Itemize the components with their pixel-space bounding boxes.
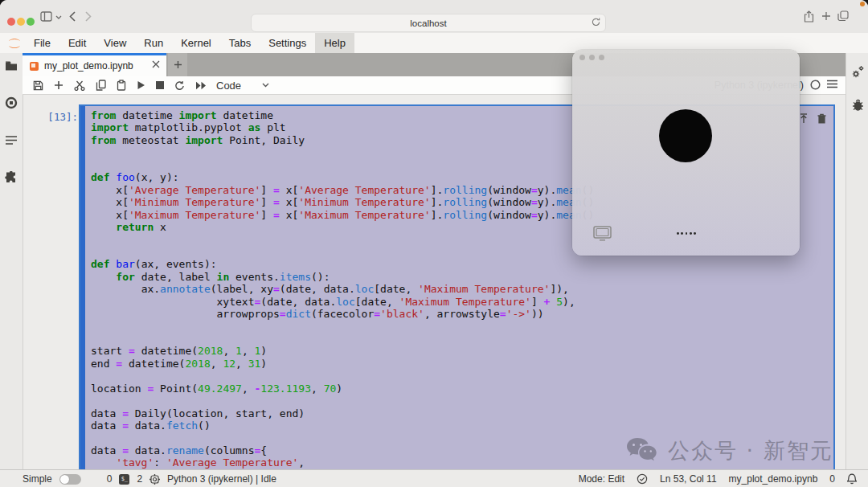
menu-view[interactable]: View (95, 33, 135, 53)
terminal-count[interactable]: 0 (107, 473, 113, 485)
tab-overview-icon[interactable] (837, 10, 849, 22)
overlay-window-controls[interactable] (579, 55, 604, 60)
simple-mode-label: Simple (23, 473, 52, 485)
zoom-window-button[interactable] (27, 18, 35, 26)
interrupt-kernel-button[interactable] (156, 81, 164, 89)
kernel-count[interactable]: 2 (137, 473, 142, 485)
table-of-contents-icon[interactable] (5, 135, 18, 145)
notebook-icon (30, 62, 39, 71)
status-left: Simple 0 $_ 2 Python 3 (ipykernel) | Idl… (23, 470, 276, 487)
browser-titlebar: localhost (0, 0, 868, 34)
jupyter-logo (4, 36, 25, 51)
sidebar-toggle-icon[interactable] (40, 11, 52, 22)
new-tab-icon[interactable] (821, 11, 831, 21)
display-icon[interactable] (593, 226, 612, 241)
cell-type-select[interactable]: Code (216, 80, 241, 92)
recording-indicator-dot (860, 2, 865, 6)
save-button[interactable] (33, 80, 43, 91)
close-tab-icon[interactable] (152, 60, 160, 68)
close-window-button[interactable] (7, 18, 15, 26)
file-browser-icon[interactable] (5, 60, 18, 72)
restart-run-all-button[interactable] (195, 81, 207, 90)
cell-execution-count: [13]: (33, 111, 78, 123)
notebook-tab-label: my_plot_demo.ipynb (44, 60, 133, 72)
kernel-status-icon[interactable] (810, 80, 821, 90)
active-file-label[interactable]: my_plot_demo.ipynb (729, 473, 818, 485)
restart-kernel-button[interactable] (174, 80, 185, 91)
address-bar-url: localhost (410, 18, 446, 28)
left-sidebar (0, 53, 23, 469)
menu-file[interactable]: File (25, 33, 59, 53)
watermark-text: 公众号 · 新智元 (668, 436, 833, 465)
terminal-icon[interactable]: $_ (119, 474, 129, 485)
share-icon[interactable] (804, 10, 814, 23)
cursor-position[interactable]: Ln 53, Col 11 (660, 473, 717, 485)
screenshot-stage: localhost File Edit View Ru (0, 0, 868, 487)
browser-window: localhost File Edit View Ru (0, 0, 868, 487)
menu-tabs[interactable]: Tabs (220, 33, 260, 53)
back-button[interactable] (69, 11, 76, 22)
toggle-knob (60, 475, 69, 484)
kernel-status-label[interactable]: Python 3 (ipykernel) | Idle (167, 473, 276, 485)
chevron-down-icon[interactable] (55, 15, 62, 19)
cell-toolbar (799, 113, 826, 124)
kernel-chip-icon[interactable] (149, 474, 160, 485)
minimize-window-button[interactable] (17, 18, 25, 26)
menu-edit[interactable]: Edit (59, 33, 95, 53)
extensions-icon[interactable] (5, 171, 18, 184)
copy-cells-button[interactable] (96, 80, 106, 91)
trusted-icon[interactable] (637, 473, 648, 485)
simple-mode-toggle[interactable] (59, 474, 81, 485)
running-sessions-icon[interactable] (5, 96, 18, 109)
notebook-tab[interactable]: my_plot_demo.ipynb (23, 53, 166, 76)
forward-button[interactable] (85, 11, 92, 22)
toolbar-menu-icon[interactable] (827, 80, 837, 88)
run-cell-button[interactable] (137, 80, 145, 90)
property-inspector-icon[interactable] (851, 65, 865, 79)
menu-run[interactable]: Run (135, 33, 172, 53)
cut-cells-button[interactable] (74, 80, 85, 91)
paste-cells-button[interactable] (117, 80, 126, 91)
cell-type-chevron-icon[interactable] (262, 83, 269, 88)
menu-help[interactable]: Help (315, 33, 354, 53)
bell-icon[interactable] (847, 473, 857, 485)
status-bar: Simple 0 $_ 2 Python 3 (ipykernel) | Idl… (0, 469, 868, 487)
reload-icon[interactable] (592, 17, 600, 27)
menu-kernel[interactable]: Kernel (172, 33, 220, 53)
insert-cell-button[interactable] (54, 80, 63, 90)
move-cell-icon[interactable] (799, 113, 809, 124)
watermark: 公众号 · 新智元 (624, 436, 833, 465)
menu-settings[interactable]: Settings (260, 33, 315, 53)
right-sidebar (845, 53, 868, 469)
overlay-dots-menu[interactable] (677, 232, 696, 235)
status-right: Mode: Edit Ln 53, Col 11 my_plot_demo.ip… (579, 470, 857, 487)
new-launcher-button[interactable] (168, 53, 187, 76)
address-bar[interactable]: localhost (251, 14, 606, 32)
overlay-window[interactable] (572, 50, 800, 256)
mode-indicator[interactable]: Mode: Edit (579, 473, 624, 485)
wechat-icon (624, 436, 661, 465)
delete-cell-icon[interactable] (817, 113, 826, 124)
notification-count[interactable]: 0 (829, 473, 835, 485)
black-circle-graphic (659, 109, 712, 162)
debugger-icon[interactable] (852, 99, 864, 112)
